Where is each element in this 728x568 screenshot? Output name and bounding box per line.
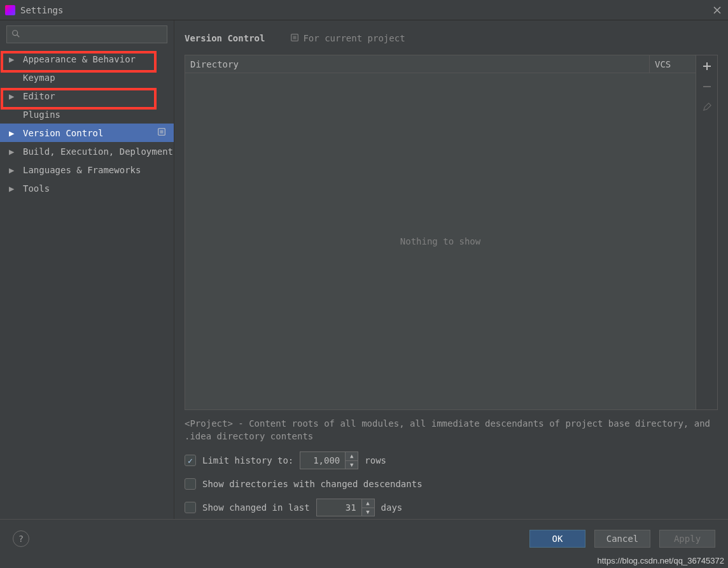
settings-content: Version Control For current project Dire… <box>174 20 728 519</box>
stepper-down-icon[interactable]: ▼ <box>346 461 358 469</box>
show-changed-row: Show changed in last ▲▼ days <box>185 499 718 516</box>
chevron-right-icon: ▶ <box>9 54 23 64</box>
sidebar-item-label: Languages & Frameworks <box>23 165 141 175</box>
help-button[interactable]: ? <box>13 530 29 547</box>
sidebar-item-label: Editor <box>23 91 55 101</box>
show-changed-suffix: days <box>381 502 403 513</box>
add-icon[interactable] <box>700 59 714 73</box>
dialog-footer: ? OK Cancel Apply <box>0 520 728 558</box>
sidebar-item-editor[interactable]: ▶ Editor <box>0 87 174 105</box>
show-changed-label: Show changed in last <box>202 502 310 513</box>
table-header-directory[interactable]: Directory <box>185 55 650 73</box>
project-scope-icon <box>157 127 166 138</box>
limit-history-spinner[interactable]: ▲▼ <box>300 451 358 469</box>
sidebar-item-label: Plugins <box>23 110 60 120</box>
sidebar-item-label: Version Control <box>23 128 103 138</box>
ok-button[interactable]: OK <box>529 530 585 548</box>
show-dirs-checkbox[interactable] <box>185 478 196 490</box>
chevron-right-icon: ▶ <box>9 128 23 138</box>
sidebar-item-plugins[interactable]: ▶ Plugins <box>0 105 174 124</box>
search-input[interactable] <box>6 25 167 43</box>
sidebar-item-build-execution-deployment[interactable]: ▶ Build, Execution, Deployment <box>0 142 174 160</box>
sidebar-item-keymap[interactable]: ▶ Keymap <box>0 68 174 87</box>
show-dirs-row: Show directories with changed descendant… <box>185 478 718 490</box>
remove-icon[interactable] <box>700 80 714 94</box>
edit-icon[interactable] <box>700 100 714 114</box>
limit-history-row: Limit history to: ▲▼ rows <box>185 451 718 469</box>
table-toolbar <box>696 55 718 410</box>
sidebar-item-label: Tools <box>23 183 50 194</box>
settings-tree: ▶ Appearance & Behavior ▶ Keymap ▶ Edito… <box>0 50 174 197</box>
sidebar-item-label: Appearance & Behavior <box>23 54 136 64</box>
settings-sidebar: ▶ Appearance & Behavior ▶ Keymap ▶ Edito… <box>0 20 174 519</box>
watermark: https://blog.csdn.net/qq_36745372 <box>598 556 725 565</box>
stepper-down-icon[interactable]: ▼ <box>362 508 374 516</box>
chevron-right-icon: ▶ <box>9 165 23 175</box>
sidebar-item-version-control[interactable]: ▶ Version Control <box>0 124 174 142</box>
stepper-up-icon[interactable]: ▲ <box>362 499 374 508</box>
title-bar: Settings <box>0 0 728 20</box>
page-title: Version Control <box>185 33 265 43</box>
svg-rect-2 <box>160 130 163 133</box>
show-changed-checkbox[interactable] <box>185 502 196 513</box>
close-icon[interactable] <box>711 4 723 16</box>
show-changed-spinner[interactable]: ▲▼ <box>316 499 375 516</box>
stepper-up-icon[interactable]: ▲ <box>346 452 358 461</box>
limit-history-checkbox[interactable] <box>185 455 196 466</box>
chevron-right-icon: ▶ <box>9 91 23 101</box>
sidebar-item-languages-frameworks[interactable]: ▶ Languages & Frameworks <box>0 160 174 179</box>
table-empty-placeholder: Nothing to show <box>185 73 696 409</box>
sidebar-item-appearance-behavior[interactable]: ▶ Appearance & Behavior <box>0 50 174 68</box>
sidebar-item-label: Keymap <box>23 73 55 83</box>
sidebar-item-label: Build, Execution, Deployment <box>23 146 173 157</box>
cancel-button[interactable]: Cancel <box>594 530 650 548</box>
apply-button[interactable]: Apply <box>659 530 715 548</box>
project-scope-icon <box>290 33 299 44</box>
sidebar-item-tools[interactable]: ▶ Tools <box>0 179 174 197</box>
project-description: <Project> - Content roots of all modules… <box>185 418 718 443</box>
chevron-right-icon: ▶ <box>9 146 23 157</box>
chevron-right-icon: ▶ <box>9 183 23 194</box>
window-title: Settings <box>20 5 711 15</box>
svg-rect-4 <box>293 36 297 39</box>
app-icon <box>5 5 15 15</box>
for-current-project-label: For current project <box>290 33 405 44</box>
table-header-vcs[interactable]: VCS <box>650 55 696 73</box>
limit-history-suffix: rows <box>365 455 386 465</box>
show-dirs-label: Show directories with changed descendant… <box>202 479 423 489</box>
vcs-table: Directory VCS Nothing to show <box>185 55 696 410</box>
limit-history-label: Limit history to: <box>202 455 293 465</box>
limit-history-input[interactable] <box>300 452 345 469</box>
show-changed-input[interactable] <box>317 499 361 516</box>
